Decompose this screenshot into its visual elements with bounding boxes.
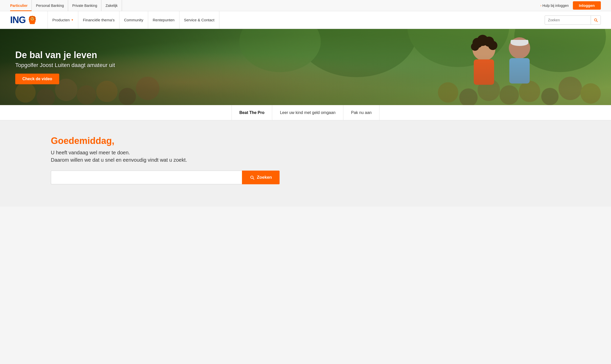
hero-subtitle: Topgolfer Joost Luiten daagt amateur uit — [15, 62, 115, 69]
nav-producten-label: Producten — [52, 18, 70, 22]
search-input[interactable] — [545, 18, 591, 22]
greeting-line2: Daarom willen we dat u snel en eenvoudig… — [51, 157, 560, 163]
svg-point-11 — [33, 18, 33, 18]
logo-area[interactable]: ING — [10, 15, 37, 25]
greeting-line1: U heeft vandaag wel meer te doen. — [51, 150, 560, 156]
help-text: Hulp bij inloggen — [542, 4, 569, 8]
nav-community[interactable]: Community — [119, 11, 148, 29]
svg-point-38 — [488, 41, 497, 50]
svg-point-10 — [31, 18, 32, 18]
chevron-icon: › — [540, 4, 541, 7]
svg-point-39 — [471, 43, 479, 51]
search-button-label: Zoeken — [257, 175, 272, 180]
svg-point-14 — [33, 23, 35, 24]
main-search-input[interactable] — [51, 171, 242, 184]
nav-zakelijk[interactable]: Zakelijk — [101, 0, 122, 11]
dropdown-arrow-icon: ▼ — [71, 19, 73, 21]
nav-service-label: Service & Contact — [184, 18, 215, 22]
slide-nav: Beat The Pro Leer uw kind met geld omgaa… — [0, 105, 611, 120]
nav-community-label: Community — [124, 18, 143, 22]
svg-point-5 — [34, 18, 36, 20]
login-button[interactable]: Inloggen — [573, 1, 601, 10]
slide-tab-leer-kind[interactable]: Leer uw kind met geld omgaan — [272, 105, 343, 120]
nav-particulier[interactable]: Particulier — [10, 0, 32, 11]
main-content: Goedemiddag, U heeft vandaag wel meer te… — [0, 120, 611, 207]
nav-links: Producten ▼ Financiële thema's Community… — [48, 11, 545, 29]
svg-point-13 — [30, 23, 32, 24]
nav-personal-banking[interactable]: Personal Banking — [32, 0, 68, 11]
nav-private-banking[interactable]: Private Banking — [68, 0, 101, 11]
slide-tab-beat-the-pro[interactable]: Beat The Pro — [232, 105, 272, 120]
nav-rentepunten-label: Rentepunten — [153, 18, 175, 22]
nav-rentepunten[interactable]: Rentepunten — [148, 11, 179, 29]
hero-button[interactable]: Check de video — [15, 74, 59, 84]
search-icon-main — [250, 175, 255, 180]
top-bar-nav: Particulier Personal Banking Private Ban… — [10, 0, 122, 11]
nav-financiele-themas[interactable]: Financiële thema's — [78, 11, 119, 29]
top-bar: Particulier Personal Banking Private Ban… — [0, 0, 611, 11]
greeting-text: Goedemiddag, — [51, 136, 560, 146]
slide-tabs: Beat The Pro Leer uw kind met geld omgaa… — [232, 105, 379, 120]
hero-banner: De bal van je leven Topgolfer Joost Luit… — [0, 29, 611, 105]
svg-rect-44 — [511, 40, 528, 44]
svg-point-12 — [32, 19, 33, 19]
lion-icon — [27, 15, 37, 25]
logo-text: ING — [10, 15, 26, 25]
nav-financiele-label: Financiële thema's — [83, 18, 115, 22]
nav-service-contact[interactable]: Service & Contact — [179, 11, 219, 29]
hero-title: De bal van je leven — [15, 50, 115, 60]
top-bar-right: › Hulp bij inloggen Inloggen — [540, 1, 601, 10]
nav-producten[interactable]: Producten ▼ — [48, 11, 78, 29]
main-nav: ING Producten — [0, 11, 611, 29]
search-area — [545, 15, 601, 25]
svg-point-4 — [29, 18, 31, 20]
slide-tab-pak-nu-aan[interactable]: Pak nu aan — [343, 105, 379, 120]
main-search-area: Zoeken — [51, 171, 280, 184]
search-icon — [593, 18, 598, 22]
hero-content: De bal van je leven Topgolfer Joost Luit… — [0, 50, 130, 84]
search-button-nav[interactable] — [591, 16, 601, 24]
main-search-button[interactable]: Zoeken — [242, 171, 280, 184]
help-link[interactable]: › Hulp bij inloggen — [540, 4, 569, 8]
